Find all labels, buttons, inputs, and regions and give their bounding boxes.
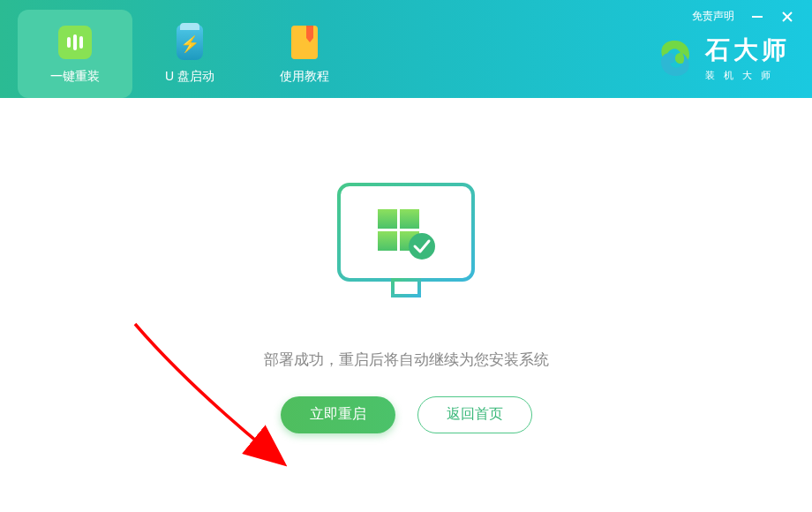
restart-button[interactable]: 立即重启 [281,396,395,433]
home-button[interactable]: 返回首页 [417,396,532,433]
monitor-success-icon [327,177,485,319]
close-button[interactable] [780,10,794,24]
tab-label: 一键重装 [50,69,100,85]
udisk-icon: ⚡ [173,23,207,62]
app-header: 一键重装 ⚡ U 盘启动 使用教程 免责声明 [0,0,812,98]
window-controls: 免责声明 [692,9,794,24]
svg-point-10 [409,233,435,260]
tab-reinstall[interactable]: 一键重装 [18,10,132,98]
tab-tutorial[interactable]: 使用教程 [247,10,362,98]
svg-rect-7 [400,209,419,229]
tutorial-icon [288,23,321,62]
close-icon [782,11,793,22]
arrow-annotation-icon [128,317,304,471]
disclaimer-link[interactable]: 免责声明 [692,9,734,24]
svg-rect-0 [752,16,763,18]
main-content: 部署成功，重启后将自动继续为您安装系统 立即重启 返回首页 [0,98,812,512]
nav-tabs: 一键重装 ⚡ U 盘启动 使用教程 [18,1,362,98]
status-message: 部署成功，重启后将自动继续为您安装系统 [264,350,549,370]
brand-subtitle: 装机大师 [705,69,790,82]
minimize-button[interactable] [750,10,764,24]
svg-rect-6 [378,209,397,229]
minimize-icon [752,16,763,18]
brand: 石大师 装机大师 [656,34,790,82]
action-buttons: 立即重启 返回首页 [281,396,532,433]
svg-rect-8 [378,231,397,251]
tab-udisk[interactable]: ⚡ U 盘启动 [132,10,247,98]
svg-rect-4 [393,280,419,296]
tab-label: 使用教程 [280,69,329,85]
brand-logo-icon [656,39,695,78]
reinstall-icon [58,23,92,62]
tab-label: U 盘启动 [165,69,214,85]
brand-name: 石大师 [705,34,790,67]
